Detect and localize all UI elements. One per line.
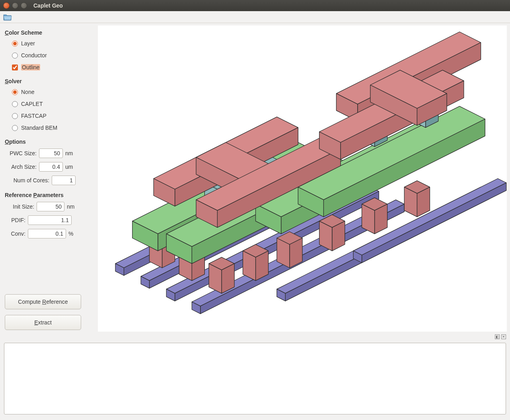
compute-reference-button[interactable]: Compute Reference	[5, 294, 81, 309]
radio-none-input[interactable]	[12, 89, 18, 95]
conv-label: Conv:	[10, 231, 25, 237]
window-title: Caplet Geo	[33, 2, 63, 9]
dock-close-icon[interactable]: ✕	[501, 334, 506, 339]
main-area: Color Scheme Layer Conductor Outline Sol…	[0, 23, 510, 334]
color-scheme-group: Layer Conductor Outline	[5, 39, 93, 72]
radio-fastcap-input[interactable]	[12, 113, 18, 119]
radio-standard-bem[interactable]: Standard BEM	[12, 123, 93, 132]
radio-layer-label: Layer	[21, 40, 35, 47]
radio-layer-input[interactable]	[12, 41, 18, 47]
close-icon[interactable]	[3, 2, 10, 9]
solver-heading: Solver	[5, 78, 93, 84]
radio-none[interactable]: None	[12, 88, 93, 96]
arch-size-input[interactable]	[39, 162, 63, 172]
radio-standard-bem-label: Standard BEM	[21, 125, 57, 131]
pwc-label: PWC Size:	[10, 150, 37, 156]
options-fields: PWC Size: nm Arch Size: um Num of Cores:	[5, 148, 93, 186]
pdif-input[interactable]	[28, 215, 72, 225]
ref-params-fields: Init Size: nm PDIF: Conv: %	[5, 201, 93, 239]
toolbar	[0, 11, 510, 23]
pdif-label: PDIF:	[10, 217, 25, 223]
solver-group: None CAPLET FASTCAP Standard BEM	[5, 88, 93, 132]
init-row: Init Size: nm	[10, 201, 93, 212]
init-size-input[interactable]	[37, 202, 64, 211]
radio-caplet-input[interactable]	[12, 101, 18, 107]
dock-float-icon[interactable]: ◧	[495, 334, 500, 339]
radio-standard-bem-input[interactable]	[12, 125, 18, 131]
radio-fastcap[interactable]: FASTCAP	[12, 111, 93, 120]
cores-row: Num of Cores:	[10, 175, 93, 186]
pdif-row: PDIF:	[10, 215, 93, 225]
pwc-unit: nm	[65, 150, 76, 156]
radio-caplet-label: CAPLET	[21, 101, 43, 107]
isometric-render	[98, 25, 507, 332]
radio-conductor-label: Conductor	[21, 52, 47, 59]
radio-fastcap-label: FASTCAP	[21, 113, 47, 119]
maximize-icon[interactable]	[21, 2, 27, 9]
options-heading: Options	[5, 139, 93, 145]
num-cores-input[interactable]	[52, 176, 76, 185]
radio-conductor[interactable]: Conductor	[12, 51, 93, 60]
radio-caplet[interactable]: CAPLET	[12, 100, 93, 108]
pwc-size-input[interactable]	[39, 148, 63, 158]
init-unit: nm	[67, 203, 78, 210]
conv-unit: %	[68, 231, 80, 237]
minimize-icon[interactable]	[12, 2, 18, 9]
checkbox-outline-label: Outline	[21, 64, 40, 70]
radio-conductor-input[interactable]	[12, 53, 18, 59]
color-scheme-heading: Color Scheme	[5, 29, 93, 36]
radio-none-label: None	[21, 89, 34, 95]
init-label: Init Size:	[10, 203, 34, 210]
pwc-row: PWC Size: nm	[10, 148, 93, 158]
cores-label: Num of Cores:	[10, 177, 49, 184]
extract-button[interactable]: Extract	[5, 315, 81, 330]
checkbox-outline-input[interactable]	[12, 64, 18, 70]
console-panel	[0, 340, 510, 420]
3d-viewport[interactable]	[98, 25, 507, 332]
checkbox-outline[interactable]: Outline	[12, 63, 93, 72]
conv-row: Conv: %	[10, 229, 93, 239]
arch-unit: um	[65, 164, 76, 170]
radio-layer[interactable]: Layer	[12, 39, 93, 48]
sidebar: Color Scheme Layer Conductor Outline Sol…	[0, 23, 98, 334]
ref-params-heading: Reference Parameters	[5, 192, 93, 198]
window-titlebar: Caplet Geo	[0, 0, 510, 11]
conv-input[interactable]	[28, 229, 66, 238]
open-file-icon[interactable]	[3, 14, 12, 21]
arch-row: Arch Size: um	[10, 162, 93, 172]
output-console[interactable]	[4, 343, 506, 414]
dock-controls: ◧ ✕	[0, 334, 510, 340]
arch-label: Arch Size:	[10, 164, 37, 170]
